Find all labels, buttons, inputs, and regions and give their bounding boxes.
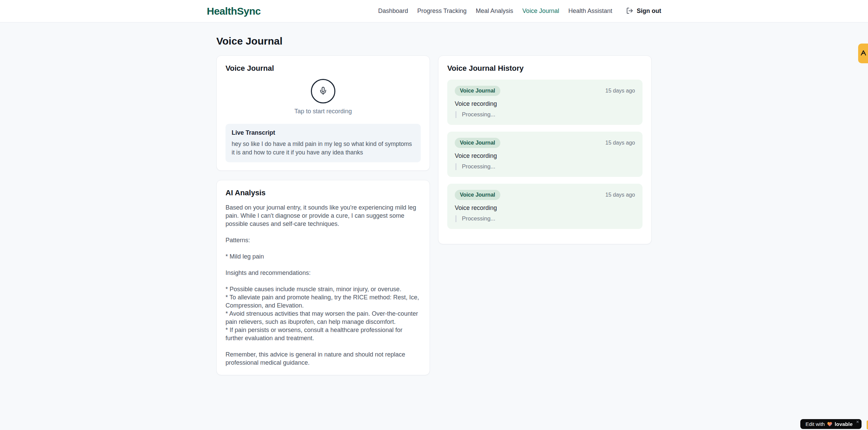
main-content: Voice Journal Voice Journal [216, 22, 652, 375]
live-transcript-box: Live Transcript hey so like I do have a … [226, 124, 421, 162]
left-column: Voice Journal Tap to start recording [216, 55, 430, 375]
record-button[interactable] [311, 79, 335, 103]
live-transcript-title: Live Transcript [232, 129, 415, 136]
app-logo: HealthSync [207, 5, 261, 17]
entry-title: Voice recording [455, 204, 635, 212]
app-header: HealthSync Dashboard Progress Tracking M… [0, 0, 868, 22]
history-entry[interactable]: Voice Journal 15 days ago Voice recordin… [447, 80, 642, 125]
history-entry-header: Voice Journal 15 days ago [455, 138, 635, 148]
entry-type-badge: Voice Journal [455, 86, 500, 96]
history-list: Voice Journal 15 days ago Voice recordin… [447, 80, 642, 229]
extension-badge-icon [860, 49, 867, 58]
lovable-badge-prefix: Edit with [805, 421, 825, 427]
sign-out-button[interactable]: Sign out [626, 7, 661, 15]
content-grid: Voice Journal Tap to start recording [216, 55, 652, 375]
lovable-badge-brand: lovable [835, 421, 853, 427]
log-out-icon [626, 7, 633, 15]
ai-analysis-title: AI Analysis [226, 188, 421, 197]
entry-title: Voice recording [455, 152, 635, 160]
right-column: Voice Journal History Voice Journal 15 d… [438, 55, 652, 244]
history-entry-header: Voice Journal 15 days ago [455, 86, 635, 96]
lovable-close-icon[interactable]: ✕ [856, 420, 859, 424]
header-inner: HealthSync Dashboard Progress Tracking M… [207, 0, 661, 22]
history-entry-header: Voice Journal 15 days ago [455, 190, 635, 200]
entry-timestamp: 15 days ago [605, 140, 635, 146]
nav-item-dashboard[interactable]: Dashboard [378, 7, 408, 15]
recorder-card-title: Voice Journal [226, 64, 421, 73]
browser-extension-edge-badge[interactable] [858, 44, 868, 63]
lovable-heart-icon [827, 422, 832, 427]
entry-type-badge: Voice Journal [455, 190, 500, 200]
voice-journal-history-card: Voice Journal History Voice Journal 15 d… [438, 55, 652, 244]
nav-item-health-assistant[interactable]: Health Assistant [568, 7, 612, 15]
nav-item-meal-analysis[interactable]: Meal Analysis [476, 7, 513, 15]
edit-with-lovable-badge[interactable]: Edit with lovable ✕ [800, 419, 862, 429]
voice-recorder-card: Voice Journal Tap to start recording [216, 55, 430, 171]
live-transcript-text: hey so like I do have a mild pain in my … [232, 140, 415, 157]
nav-item-progress-tracking[interactable]: Progress Tracking [417, 7, 467, 15]
microphone-icon [319, 86, 328, 96]
entry-status: Processing... [455, 111, 635, 118]
main-nav: Dashboard Progress Tracking Meal Analysi… [378, 7, 661, 15]
history-card-title: Voice Journal History [447, 64, 642, 73]
page-title: Voice Journal [216, 35, 652, 47]
history-entry[interactable]: Voice Journal 15 days ago Voice recordin… [447, 184, 642, 229]
tap-to-record-label: Tap to start recording [226, 108, 421, 115]
nav-item-voice-journal[interactable]: Voice Journal [522, 7, 559, 15]
entry-title: Voice recording [455, 100, 635, 108]
entry-timestamp: 15 days ago [605, 192, 635, 198]
ai-analysis-card: AI Analysis Based on your journal entry,… [216, 180, 430, 375]
ai-analysis-body: Based on your journal entry, it sounds l… [226, 203, 421, 367]
entry-type-badge: Voice Journal [455, 138, 500, 148]
entry-status: Processing... [455, 215, 635, 222]
corner-badge-sliver [867, 420, 868, 429]
entry-status: Processing... [455, 163, 635, 170]
history-entry[interactable]: Voice Journal 15 days ago Voice recordin… [447, 132, 642, 177]
mic-area: Tap to start recording [226, 79, 421, 115]
sign-out-label: Sign out [637, 7, 661, 15]
entry-timestamp: 15 days ago [605, 88, 635, 94]
